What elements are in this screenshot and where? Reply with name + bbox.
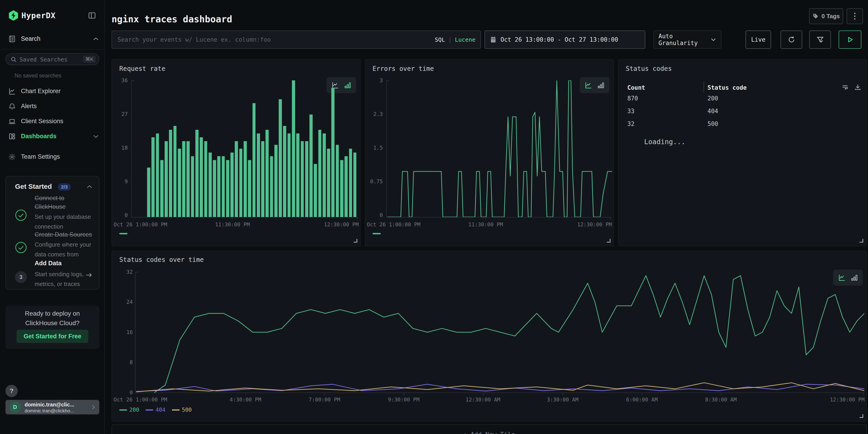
series-line-500 <box>136 383 864 392</box>
x-tick-label: 11:30:00 PM <box>215 222 250 227</box>
lucene-mode-toggle[interactable]: Lucene <box>455 36 475 43</box>
x-tick-label: 12:30:00 PM <box>830 397 865 403</box>
panel-title: Request rate <box>119 65 165 72</box>
sidebar-item-label: Chart Explorer <box>21 88 61 95</box>
request-rate-bar <box>340 160 343 217</box>
refresh-icon <box>787 35 796 44</box>
legend-item-404[interactable]: 404 <box>146 407 165 413</box>
request-rate-bar <box>235 141 238 217</box>
request-rate-bar <box>186 141 190 217</box>
sidebar-item-dashboards[interactable]: Dashboards <box>0 131 105 144</box>
legend-item-200[interactable]: 200 <box>119 407 139 413</box>
search-icon <box>10 56 17 63</box>
table-cell-count: 33 <box>627 108 634 115</box>
x-tick-label: Oct 26 1:00:00 PM <box>114 397 167 403</box>
column-divider[interactable] <box>703 82 704 92</box>
x-tick-label: 8:30:00 AM <box>705 397 737 403</box>
column-header-count[interactable]: Count <box>627 84 645 91</box>
step-title[interactable]: Connect toClickHouse <box>35 194 66 211</box>
live-button[interactable]: Live <box>745 31 771 49</box>
request-rate-bar <box>349 149 352 217</box>
errors-line-chart <box>387 81 612 217</box>
x-tick-label: 3:30:00 AM <box>547 397 578 403</box>
chevron-down-icon <box>93 134 99 138</box>
sql-mode-toggle[interactable]: SQL <box>435 36 445 43</box>
panel-title: Errors over time <box>373 65 434 72</box>
sidebar-search-label: Search <box>21 35 40 42</box>
resize-handle[interactable] <box>860 414 863 418</box>
x-tick-mark <box>232 217 232 220</box>
x-axis <box>131 217 358 217</box>
status-codes-line-chart <box>136 272 864 393</box>
sidebar: HyperDX Search Saved Searches ⌘K No save… <box>0 0 105 434</box>
user-menu[interactable]: D dominic.tran@clic... dominic.tran@clic… <box>5 400 99 414</box>
download-icon[interactable] <box>854 84 861 91</box>
legend-dash <box>172 409 180 410</box>
more-menu-button[interactable] <box>846 8 863 24</box>
y-tick: 16 <box>112 329 133 335</box>
date-range-picker[interactable]: Oct 26 13:00:00 - Oct 27 13:00:00 <box>485 31 645 49</box>
resize-handle[interactable] <box>607 239 611 243</box>
kebab-icon <box>854 16 856 17</box>
add-new-tile-button[interactable]: + Add New Tile <box>112 425 867 434</box>
saved-searches-placeholder: Saved Searches <box>20 56 68 63</box>
logs-icon <box>8 35 16 43</box>
refresh-button[interactable] <box>781 31 802 49</box>
app-root: HyperDX Search Saved Searches ⌘K No save… <box>0 0 868 434</box>
sidebar-collapse-icon[interactable] <box>88 11 96 20</box>
x-tick-label: Oct 26 1:00:00 PM <box>114 222 167 227</box>
legend-item-500[interactable]: 500 <box>172 407 192 413</box>
page-title: nginx traces dashboard <box>112 14 232 24</box>
x-axis <box>386 217 612 217</box>
request-rate-bar <box>195 130 198 217</box>
panel-request-rate: Request rate 36 27 18 9 0 Oct 26 1:00:00… <box>112 59 361 246</box>
request-rate-bar <box>248 160 251 217</box>
request-rate-bar <box>353 153 356 217</box>
request-rate-bar <box>182 141 185 217</box>
saved-searches-input[interactable]: Saved Searches ⌘K <box>5 53 99 65</box>
sidebar-item-chart-explorer[interactable]: Chart Explorer <box>0 86 105 98</box>
calendar-icon <box>490 36 496 43</box>
y-tick: 24 <box>112 299 133 305</box>
arrow-right-icon[interactable] <box>85 272 92 278</box>
x-tick-mark <box>563 393 563 395</box>
resize-handle[interactable] <box>353 239 357 243</box>
date-range-value: Oct 26 13:00:00 - Oct 27 13:00:00 <box>500 36 618 43</box>
granularity-value: Auto Granularity <box>658 33 710 46</box>
request-rate-bar <box>226 160 229 217</box>
get-started-free-button[interactable]: Get Started for Free <box>17 330 88 343</box>
sidebar-item-alerts[interactable]: Alerts <box>0 101 105 114</box>
mode-divider: | <box>448 36 452 43</box>
request-rate-bar <box>209 153 212 217</box>
run-query-button[interactable] <box>839 31 861 49</box>
x-tick-label: 9:30:00 PM <box>388 397 420 403</box>
help-button[interactable]: ? <box>5 385 18 397</box>
user-email: dominic.tran@clickho... <box>25 408 74 413</box>
table-cell-code: 500 <box>708 120 718 127</box>
text-wrap-icon[interactable] <box>841 84 849 91</box>
x-tick-label: 7:00:00 PM <box>309 397 340 403</box>
tags-button[interactable]: 0 Tags <box>809 8 843 24</box>
step-title[interactable]: Create Data Sources <box>35 230 92 239</box>
x-tick-mark <box>357 217 358 220</box>
request-rate-bar <box>169 130 172 217</box>
no-saved-searches-text: No saved searches <box>14 72 61 79</box>
step-desc: Configure where yourdata comes from <box>35 240 91 259</box>
event-search-input[interactable] <box>112 31 480 48</box>
request-rate-bar <box>252 103 256 217</box>
y-tick: 0 <box>365 212 383 218</box>
step-title[interactable]: Add Data <box>35 260 62 267</box>
x-tick-mark <box>324 393 325 395</box>
column-header-status-code[interactable]: Status code <box>708 84 747 91</box>
resize-handle[interactable] <box>860 239 863 243</box>
x-tick-mark <box>486 217 486 220</box>
filter-button[interactable] <box>809 31 831 49</box>
sidebar-item-team-settings[interactable]: Team Settings <box>0 151 105 164</box>
request-rate-bar <box>323 133 326 217</box>
granularity-select[interactable]: Auto Granularity <box>653 31 721 49</box>
x-axis <box>135 393 864 393</box>
sidebar-item-search[interactable]: Search <box>0 35 105 48</box>
panel-title: Status codes over time <box>119 256 204 264</box>
sidebar-item-client-sessions[interactable]: Client Sessions <box>0 116 105 128</box>
chevron-up-icon[interactable] <box>87 185 92 189</box>
